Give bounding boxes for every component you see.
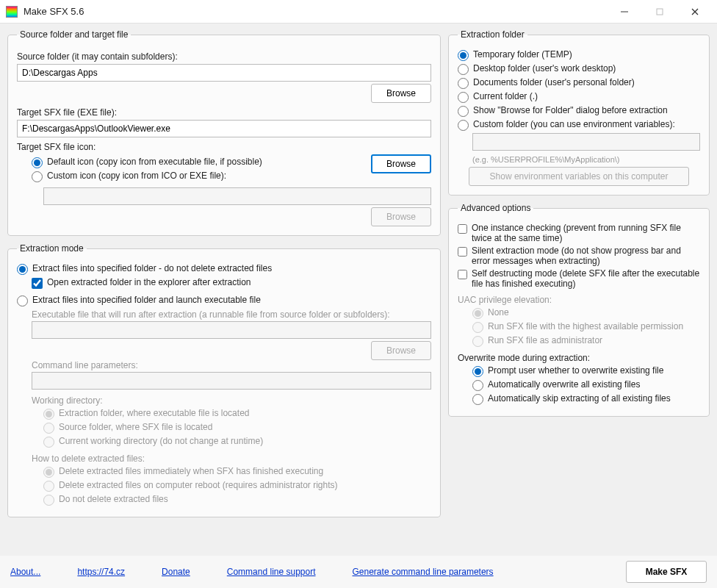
workdir-label: Working directory: xyxy=(32,395,431,406)
source-target-group: Source folder and target file Source fol… xyxy=(7,29,441,236)
target-browse-button[interactable]: Browse xyxy=(371,154,431,173)
icon-browse-button: Browse xyxy=(371,207,431,226)
source-folder-label: Source folder (it may contain subfolders… xyxy=(17,51,431,62)
workdir-current-radio xyxy=(43,437,54,448)
icon-custom-radio[interactable] xyxy=(32,171,43,182)
mode-extract-only-radio[interactable] xyxy=(17,264,28,275)
exe-browse-button: Browse xyxy=(371,341,431,360)
ef-custom-input xyxy=(472,133,700,151)
delete-immediate-label: Delete extracted files immediately when … xyxy=(59,466,323,476)
open-folder-checkbox[interactable] xyxy=(32,278,43,289)
overwrite-prompt-radio[interactable] xyxy=(472,366,483,377)
delete-no-radio xyxy=(43,495,54,506)
make-sfx-button[interactable]: Make SFX xyxy=(626,561,707,583)
one-instance-checkbox[interactable] xyxy=(458,223,467,234)
uac-highest-radio xyxy=(472,322,483,333)
uac-none-radio xyxy=(472,308,483,319)
silent-checkbox[interactable] xyxy=(458,246,467,257)
workdir-extract-radio xyxy=(43,409,54,420)
mode-extract-launch-label: Extract files into specified folder and … xyxy=(32,295,261,305)
window-title: Make SFX 5.6 xyxy=(24,6,608,17)
overwrite-skip-radio[interactable] xyxy=(472,394,483,405)
donate-link[interactable]: Donate xyxy=(162,567,190,577)
icon-default-label: Default icon (copy icon from executable … xyxy=(47,157,262,167)
exe-file-input xyxy=(32,321,431,339)
extraction-folder-group: Extraction folder Temporary folder (TEMP… xyxy=(448,29,710,196)
minimize-button[interactable] xyxy=(608,1,641,22)
ef-desktop-radio[interactable] xyxy=(458,64,469,75)
delete-label: How to delete extracted files: xyxy=(32,453,431,464)
maximize-button[interactable] xyxy=(644,1,676,22)
window-controls xyxy=(608,1,711,22)
target-sfx-input[interactable] xyxy=(17,120,431,137)
open-folder-label: Open extracted folder in the explorer af… xyxy=(47,277,251,287)
uac-admin-label: Run SFX file as administrator xyxy=(488,335,602,345)
overwrite-skip-label: Automatically skip extracting of all exi… xyxy=(488,393,671,404)
uac-label: UAC privilege elevation: xyxy=(458,295,700,305)
ef-custom-label: Custom folder (you can use environment v… xyxy=(473,119,675,129)
one-instance-label: One instance checking (prevent from runn… xyxy=(472,223,700,243)
overwrite-auto-radio[interactable] xyxy=(472,380,483,391)
target-sfx-label: Target SFX file (EXE file): xyxy=(17,107,431,118)
uac-highest-label: Run SFX file with the highest available … xyxy=(488,321,683,331)
app-icon xyxy=(6,6,18,18)
ef-documents-label: Documents folder (user's personal folder… xyxy=(473,77,635,87)
close-button[interactable] xyxy=(679,1,711,22)
overwrite-auto-label: Automatically overwrite all existing fil… xyxy=(488,379,640,390)
source-target-legend: Source folder and target file xyxy=(17,29,131,40)
ef-current-radio[interactable] xyxy=(458,92,469,103)
footer: About... https://74.cz Donate Command li… xyxy=(0,556,717,588)
self-destruct-label: Self destructing mode (delete SFX file a… xyxy=(472,268,700,289)
silent-label: Silent extraction mode (do not show prog… xyxy=(472,245,700,266)
workdir-extract-label: Extraction folder, where executable file… xyxy=(59,408,249,418)
mode-extract-launch-radio[interactable] xyxy=(17,295,28,306)
about-link[interactable]: About... xyxy=(10,567,40,577)
overwrite-label: Overwrite mode during extraction: xyxy=(458,353,700,363)
svg-rect-1 xyxy=(657,9,663,15)
workdir-source-label: Source folder, where SFX file is located xyxy=(59,422,212,432)
source-folder-input[interactable] xyxy=(17,64,431,82)
cli-support-link[interactable]: Command line support xyxy=(227,567,316,577)
extraction-mode-legend: Extraction mode xyxy=(17,243,87,254)
delete-reboot-radio xyxy=(43,481,54,492)
extraction-mode-group: Extraction mode Extract files into speci… xyxy=(7,243,441,517)
cmd-params-label: Command line parameters: xyxy=(32,360,431,370)
workdir-current-label: Current working directory (do not change… xyxy=(59,436,263,446)
exe-file-label: Executable file that will run after extr… xyxy=(32,309,431,320)
uac-none-label: None xyxy=(488,307,509,318)
custom-icon-input xyxy=(43,187,431,205)
ef-temp-label: Temporary folder (TEMP) xyxy=(473,49,572,60)
cmd-params-input xyxy=(32,372,431,390)
workdir-source-radio xyxy=(43,423,54,434)
mode-extract-only-label: Extract files into specified folder - do… xyxy=(32,263,272,273)
ef-documents-radio[interactable] xyxy=(458,78,469,89)
advanced-legend: Advanced options xyxy=(458,203,533,213)
delete-immediate-radio xyxy=(43,467,54,478)
uac-admin-radio xyxy=(472,336,483,347)
ef-desktop-label: Desktop folder (user's work desktop) xyxy=(473,63,616,74)
ef-current-label: Current folder (.) xyxy=(473,91,538,101)
overwrite-prompt-label: Prompt user whether to overwrite existin… xyxy=(488,365,663,376)
extraction-folder-legend: Extraction folder xyxy=(458,29,527,40)
ef-temp-radio[interactable] xyxy=(458,50,469,61)
delete-reboot-label: Delete extracted files on computer reboo… xyxy=(59,480,338,490)
ef-custom-radio[interactable] xyxy=(458,120,469,131)
ef-browse-radio[interactable] xyxy=(458,106,469,117)
source-browse-button[interactable]: Browse xyxy=(371,84,431,103)
delete-no-label: Do not delete extracted files xyxy=(59,494,168,504)
env-vars-button: Show environment variables on this compu… xyxy=(469,167,689,186)
title-bar: Make SFX 5.6 xyxy=(0,0,717,24)
ef-hint: (e.g. %USERPROFILE%\MyApplication\) xyxy=(472,155,700,164)
target-icon-label: Target SFX file icon: xyxy=(17,142,431,152)
self-destruct-checkbox[interactable] xyxy=(458,269,467,280)
icon-custom-label: Custom icon (copy icon from ICO or EXE f… xyxy=(47,171,226,181)
advanced-group: Advanced options One instance checking (… xyxy=(448,203,710,417)
website-link[interactable]: https://74.cz xyxy=(77,567,125,577)
icon-default-radio[interactable] xyxy=(32,157,43,168)
ef-browse-label: Show "Browse for Folder" dialog before e… xyxy=(473,105,668,115)
gen-cli-link[interactable]: Generate command line parameters xyxy=(353,567,494,577)
